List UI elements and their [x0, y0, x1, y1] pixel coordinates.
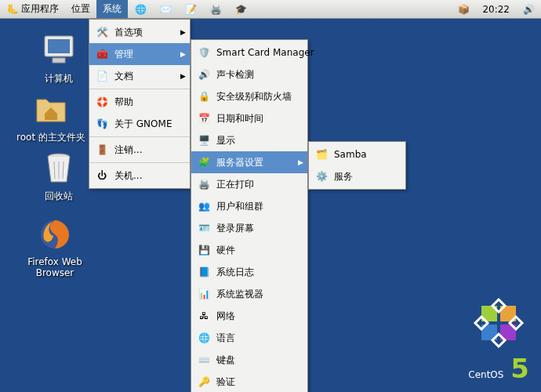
logout-icon: 🚪	[94, 142, 110, 158]
trash-icon	[40, 149, 78, 187]
menu-separator	[89, 136, 190, 137]
menu-item-display[interactable]: 🖥️显示	[191, 129, 307, 151]
menu-item-help[interactable]: 🛟帮助	[89, 91, 190, 113]
menu-item-language[interactable]: 🌐语言	[191, 327, 307, 349]
menu-item-network[interactable]: 🖧网络	[191, 305, 307, 327]
brand-version: 5	[510, 353, 529, 384]
menu-item-datetime[interactable]: 📅日期和时间	[191, 107, 307, 129]
menu-item-authentication[interactable]: 🔑验证	[191, 371, 307, 392]
menu-item-preferences[interactable]: 🛠️首选项▶	[89, 21, 190, 43]
menu-item-security-firewall[interactable]: 🔒安全级别和防火墙	[191, 85, 307, 107]
launcher-mail[interactable]: ✉️	[153, 1, 178, 18]
centos-logo: CentOS 5	[468, 296, 529, 384]
menu-system[interactable]: 系统	[96, 0, 128, 18]
admin-icon: 🧰	[94, 46, 110, 62]
launcher-browser[interactable]: 🌐	[128, 1, 153, 18]
top-panel: 🦶 应用程序 位置 系统 🌐 ✉️ 📝 🖨️ 🎓 📦 20:22 🔊	[0, 0, 541, 19]
menu-item-hardware[interactable]: 💾硬件	[191, 239, 307, 261]
desktop-icon-firefox[interactable]: Firefox Web Browser	[12, 216, 98, 278]
chip-icon: 💾	[196, 242, 212, 258]
network-icon: 🖧	[196, 308, 212, 324]
mail-icon: ✉️	[159, 3, 172, 16]
key-icon: 🔑	[196, 374, 212, 390]
centos-mark-icon	[471, 296, 526, 350]
speaker-icon: 🔊	[522, 3, 535, 16]
menu-item-samba[interactable]: 🗂️Samba	[309, 143, 405, 165]
menu-applications[interactable]: 🦶 应用程序	[0, 0, 65, 18]
foot-icon: 🦶	[6, 3, 19, 16]
menu-system-label: 系统	[103, 2, 122, 16]
menu-item-services[interactable]: ⚙️服务	[309, 165, 405, 187]
computer-icon	[40, 31, 78, 69]
launcher-editor[interactable]: 📝	[178, 1, 203, 18]
menu-item-documentation[interactable]: 📄文档▶	[89, 65, 190, 87]
firefox-icon	[36, 216, 74, 253]
gear-icon: ⚙️	[314, 169, 329, 184]
menu-item-smartcard[interactable]: 🛡️Smart Card Manager	[191, 42, 307, 64]
desktop-icon-label: root 的主文件夹	[16, 131, 86, 144]
display-icon: 🖥️	[196, 132, 212, 148]
folder-home-icon	[32, 90, 70, 128]
menu-places[interactable]: 位置	[65, 0, 96, 18]
desktop-icon-computer[interactable]: 计算机	[24, 31, 94, 85]
clock[interactable]: 20:22	[476, 4, 516, 15]
printer-icon: 🖨️	[196, 176, 212, 192]
chevron-right-icon: ▶	[180, 72, 186, 80]
users-icon: 👥	[196, 198, 212, 214]
update-icon: 📦	[457, 3, 470, 16]
svg-rect-2	[53, 58, 65, 63]
menu-item-about-gnome[interactable]: 👣关于 GNOME	[89, 113, 190, 135]
menu-item-sound-detect[interactable]: 🔊声卡检测	[191, 64, 307, 85]
menu-item-shutdown[interactable]: ⏻关机...	[89, 165, 190, 187]
calendar-icon: 📅	[196, 111, 212, 126]
desktop-icon-label: Firefox Web Browser	[12, 256, 98, 278]
menu-item-login-screen[interactable]: 🪪登录屏幕	[191, 217, 307, 239]
help-icon: 🛟	[94, 94, 110, 110]
prefs-icon: 🛠️	[94, 24, 110, 40]
svg-rect-1	[48, 39, 70, 53]
lock-icon: 🔒	[196, 89, 212, 104]
samba-icon: 🗂️	[314, 147, 329, 162]
menu-item-keyboard[interactable]: ⌨️键盘	[191, 349, 307, 371]
menu-places-label: 位置	[71, 2, 90, 16]
printer-icon: 🖨️	[209, 3, 222, 16]
menu-item-sysmon[interactable]: 📊系统监视器	[191, 283, 307, 305]
power-icon: ⏻	[94, 168, 110, 183]
menu-item-printing[interactable]: 🖨️正在打印	[191, 173, 307, 195]
tray-update[interactable]: 📦	[451, 1, 476, 18]
monitor-icon: 📊	[196, 286, 212, 302]
speaker-icon: 🔊	[196, 67, 212, 82]
chevron-right-icon: ▶	[298, 158, 303, 166]
notes-icon: 📝	[184, 3, 197, 16]
menu-applications-label: 应用程序	[21, 2, 59, 16]
launcher-help[interactable]: 🎓	[228, 1, 253, 18]
chevron-right-icon: ▶	[180, 28, 186, 36]
menu-separator	[89, 89, 190, 89]
desktop-icon-label: 计算机	[24, 72, 94, 85]
brand-name: CentOS	[468, 369, 503, 380]
server-settings-menu: 🗂️Samba ⚙️服务	[308, 141, 406, 190]
gnome-icon: 👣	[94, 116, 110, 132]
shield-icon: 🛡️	[196, 45, 212, 60]
docs-icon: 📄	[94, 68, 110, 84]
log-icon: 📘	[196, 264, 212, 280]
desktop-icon-home[interactable]: root 的主文件夹	[16, 90, 86, 144]
menu-item-users-groups[interactable]: 👥用户和组群	[191, 195, 307, 217]
menu-item-logout[interactable]: 🚪注销...	[89, 139, 190, 161]
menu-item-syslog[interactable]: 📘系统日志	[191, 261, 307, 283]
menu-item-server-settings[interactable]: 🧩服务器设置▶	[191, 151, 307, 173]
globe-icon: 🌐	[134, 3, 147, 16]
chevron-right-icon: ▶	[180, 50, 186, 58]
grad-icon: 🎓	[234, 3, 247, 16]
administration-menu: 🛡️Smart Card Manager 🔊声卡检测 🔒安全级别和防火墙 📅日期…	[191, 39, 308, 392]
desktop-icon-trash[interactable]: 回收站	[24, 149, 94, 203]
keyboard-icon: ⌨️	[196, 352, 212, 368]
language-icon: 🌐	[196, 330, 212, 346]
system-menu: 🛠️首选项▶ 🧰管理▶ 📄文档▶ 🛟帮助 👣关于 GNOME 🚪注销... ⏻关…	[89, 19, 191, 189]
login-icon: 🪪	[196, 220, 212, 236]
launcher-print[interactable]: 🖨️	[203, 1, 228, 18]
menu-separator	[89, 162, 190, 163]
tray-volume[interactable]: 🔊	[516, 1, 541, 18]
server-icon: 🧩	[196, 154, 212, 170]
menu-item-administration[interactable]: 🧰管理▶	[89, 43, 190, 65]
